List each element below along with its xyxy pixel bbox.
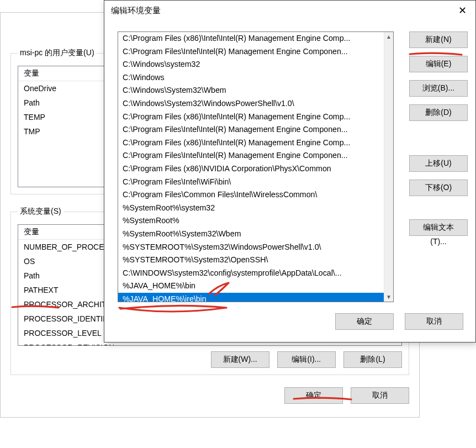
path-item[interactable]: C:\Program Files\Intel\Intel(R) Manageme… [118, 123, 384, 136]
ok-button[interactable]: 确定 [335, 313, 394, 330]
edit-env-var-dialog: 编辑环境变量 ✕ C:\Program Files (x86)\Intel\In… [104, 0, 476, 342]
path-item[interactable]: C:\Program Files (x86)\NVIDIA Corporatio… [118, 162, 384, 176]
path-item[interactable]: C:\Program Files (x86)\Intel\Intel(R) Ma… [118, 32, 384, 45]
path-item[interactable]: %SystemRoot%\System32\Wbem [118, 228, 384, 241]
path-item[interactable]: C:\Windows\System32\Wbem [118, 84, 384, 97]
close-icon[interactable]: ✕ [449, 1, 475, 20]
scroll-up-icon[interactable]: ▲ [384, 32, 393, 41]
path-item[interactable]: C:\Windows\System32\WindowsPowerShell\v1… [118, 97, 384, 110]
parent-edit-button[interactable]: 编辑(I)... [277, 351, 336, 368]
user-vars-label: msi-pc 的用户变量(U) [18, 48, 97, 58]
path-item[interactable]: %SYSTEMROOT%\System32\WindowsPowerShell\… [118, 241, 384, 254]
path-item[interactable]: C:\Program Files (x86)\Intel\Intel(R) Ma… [118, 110, 384, 124]
browse-button[interactable]: 浏览(B)... [409, 80, 468, 97]
parent-new-button[interactable]: 新建(W)... [211, 351, 269, 368]
path-item[interactable]: C:\Windows [118, 71, 384, 85]
sys-vars-label: 系统变量(S) [18, 207, 64, 217]
cancel-button[interactable]: 取消 [405, 313, 463, 330]
parent-ok-button[interactable]: 确定 [284, 387, 343, 404]
dialog-titlebar: 编辑环境变量 ✕ [104, 1, 475, 20]
edit-button[interactable]: 编辑(E) [409, 56, 468, 72]
path-entries-list[interactable]: C:\Program Files (x86)\Intel\Intel(R) Ma… [118, 31, 394, 302]
path-item[interactable]: C:\Program Files\Intel\Intel(R) Manageme… [118, 149, 384, 162]
delete-button[interactable]: 删除(D) [409, 104, 468, 121]
path-item[interactable]: %SystemRoot%\system32 [118, 202, 384, 215]
new-button[interactable]: 新建(N) [409, 31, 468, 48]
parent-cancel-button[interactable]: 取消 [351, 387, 409, 404]
path-item[interactable]: C:\Windows\system32 [118, 58, 384, 71]
scrollbar[interactable]: ▲ ▼ [384, 32, 393, 302]
scroll-down-icon[interactable]: ▼ [384, 292, 393, 302]
dialog-title: 编辑环境变量 [111, 6, 161, 16]
path-item[interactable]: C:\WINDOWS\system32\config\systemprofile… [118, 267, 384, 280]
move-down-button[interactable]: 下移(O) [409, 180, 468, 196]
path-item[interactable]: C:\Program Files\Intel\Intel(R) Manageme… [118, 45, 384, 59]
path-item[interactable]: %SystemRoot% [118, 214, 384, 228]
move-up-button[interactable]: 上移(U) [409, 155, 468, 172]
parent-delete-button[interactable]: 删除(L) [343, 351, 402, 368]
path-item[interactable]: %JAVA_HOME%\bin [118, 280, 384, 293]
path-item[interactable]: %SYSTEMROOT%\System32\OpenSSH\ [118, 254, 384, 267]
path-item[interactable]: C:\Program Files\Intel\WiFi\bin\ [118, 176, 384, 189]
path-item[interactable]: C:\Program Files\Common Files\Intel\Wire… [118, 188, 384, 202]
path-item[interactable]: %JAVA_HOME%\jre\bin [118, 293, 384, 302]
edit-text-button[interactable]: 编辑文本(T)... [409, 219, 468, 236]
path-item[interactable]: C:\Program Files (x86)\Intel\Intel(R) Ma… [118, 136, 384, 150]
